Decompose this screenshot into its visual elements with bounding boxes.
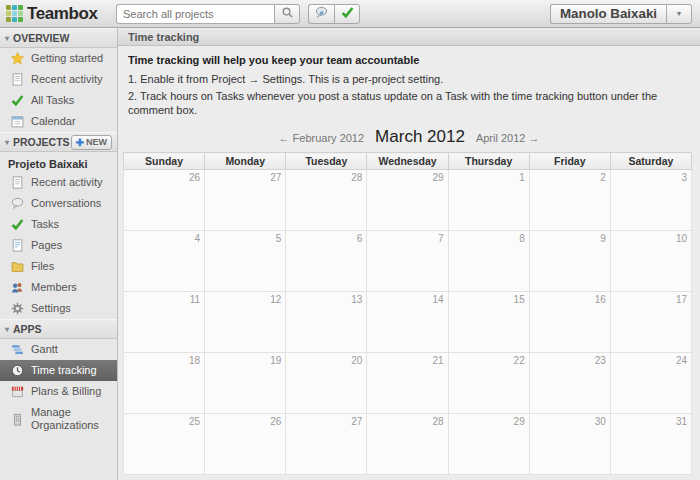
calendar-icon: [11, 115, 24, 128]
sidebar-item-conversations[interactable]: Conversations: [0, 193, 117, 214]
caret-down-icon: ▾: [677, 9, 681, 18]
calendar-wrapper: Sunday Monday Tuesday Wednesday Thursday…: [118, 152, 700, 475]
day-cell: 12: [205, 292, 286, 353]
day-header: Monday: [205, 153, 286, 170]
sidebar-item-settings[interactable]: Settings: [0, 298, 117, 319]
day-cell: 24: [610, 353, 691, 414]
day-cell: 6: [286, 231, 367, 292]
teambox-logo-icon: [6, 5, 23, 22]
day-cell: 28: [286, 170, 367, 231]
page-icon: [11, 176, 24, 189]
search-input[interactable]: [116, 4, 274, 24]
section-title: APPS: [13, 323, 42, 335]
day-cell: 26: [124, 170, 205, 231]
check-icon: [11, 218, 24, 231]
user-menu-button[interactable]: Manolo Baixaki: [550, 4, 666, 24]
day-header: Saturday: [610, 153, 691, 170]
gantt-chart-icon: [11, 343, 24, 356]
new-project-button[interactable]: ✚ NEW: [71, 135, 112, 150]
conversations-button[interactable]: [308, 4, 334, 24]
calendar-week-row: 11 12 13 14 15 16 17: [124, 292, 692, 353]
sidebar-item-label: Getting started: [31, 52, 103, 65]
section-header-overview[interactable]: ▾ OVERVIEW: [0, 28, 117, 48]
sidebar-item-project-recent-activity[interactable]: Recent activity: [0, 172, 117, 193]
sidebar-item-recent-activity[interactable]: Recent activity: [0, 69, 117, 90]
tasks-button[interactable]: [334, 4, 360, 24]
sidebar-item-files[interactable]: Files: [0, 256, 117, 277]
day-header: Wednesday: [367, 153, 448, 170]
plus-icon: ✚: [76, 137, 84, 148]
day-cell: 18: [124, 353, 205, 414]
calendar-week-row: 25 26 27 28 29 30 31: [124, 414, 692, 475]
header-user-area: Manolo Baixaki ▾: [550, 4, 692, 24]
day-cell: 4: [124, 231, 205, 292]
collapse-arrow-icon: ▾: [5, 34, 9, 43]
teambox-logo[interactable]: Teambox: [6, 4, 116, 24]
sidebar-item-label: Calendar: [31, 115, 76, 128]
page-icon: [11, 73, 24, 86]
collapse-arrow-icon: ▾: [5, 138, 9, 147]
sidebar-item-all-tasks[interactable]: All Tasks: [0, 90, 117, 111]
day-cell: 7: [367, 231, 448, 292]
sidebar-item-pages[interactable]: Pages: [0, 235, 117, 256]
day-cell: 25: [124, 414, 205, 475]
next-month-link[interactable]: April 2012 →: [476, 132, 540, 144]
sidebar-item-tasks[interactable]: Tasks: [0, 214, 117, 235]
day-cell: 15: [448, 292, 529, 353]
star-icon: [11, 52, 24, 65]
section-header-apps[interactable]: ▾ APPS: [0, 319, 117, 339]
day-cell: 29: [448, 414, 529, 475]
sidebar-item-label: Gantt: [31, 343, 58, 356]
sidebar-item-manage-organizations[interactable]: Manage Organizations: [0, 402, 117, 436]
check-icon: [11, 94, 24, 107]
sidebar-item-label: Manage Organizations: [31, 406, 113, 432]
day-header: Friday: [529, 153, 610, 170]
day-cell: 3: [610, 170, 691, 231]
sidebar-item-members[interactable]: Members: [0, 277, 117, 298]
sidebar-item-label: Members: [31, 281, 77, 294]
section-title: PROJECTS: [13, 136, 70, 148]
day-cell: 9: [529, 231, 610, 292]
sidebar-item-label: Settings: [31, 302, 71, 315]
top-header: Teambox Manolo Baixaki ▾: [0, 0, 700, 28]
chat-bubble-icon: [315, 6, 328, 22]
day-cell: 27: [205, 170, 286, 231]
sidebar-item-label: Plans & Billing: [31, 385, 101, 398]
sidebar-item-time-tracking[interactable]: Time tracking: [0, 360, 117, 381]
page-title: Time tracking: [118, 28, 700, 46]
sidebar-item-gantt[interactable]: Gantt: [0, 339, 117, 360]
section-header-projects[interactable]: ▾ PROJECTS ✚ NEW: [0, 132, 117, 152]
intro-heading: Time tracking will help you keep your te…: [128, 54, 688, 66]
day-cell: 5: [205, 231, 286, 292]
day-cell: 13: [286, 292, 367, 353]
project-name[interactable]: Projeto Baixaki: [0, 152, 117, 172]
people-icon: [11, 281, 24, 294]
sidebar-item-getting-started[interactable]: Getting started: [0, 48, 117, 69]
header-quick-buttons: [308, 4, 360, 24]
day-cell: 17: [610, 292, 691, 353]
clock-icon: [11, 364, 24, 377]
day-cell: 16: [529, 292, 610, 353]
day-header: Sunday: [124, 153, 205, 170]
sidebar-item-label: All Tasks: [31, 94, 74, 107]
search-button[interactable]: [274, 4, 300, 24]
day-cell: 22: [448, 353, 529, 414]
day-cell: 11: [124, 292, 205, 353]
calendar-week-row: 26 27 28 29 1 2 3: [124, 170, 692, 231]
sidebar-item-plans-billing[interactable]: Plans & Billing: [0, 381, 117, 402]
collapse-arrow-icon: ▾: [5, 325, 9, 334]
main-content: Time tracking Time tracking will help yo…: [118, 28, 700, 480]
month-navigation: ← February 2012 March 2012 April 2012 →: [118, 127, 700, 147]
folder-icon: [11, 260, 24, 273]
day-cell: 10: [610, 231, 691, 292]
day-cell: 27: [286, 414, 367, 475]
prev-month-link[interactable]: ← February 2012: [279, 132, 365, 144]
sidebar-item-label: Recent activity: [31, 176, 103, 189]
current-month-title: March 2012: [375, 127, 465, 147]
day-cell: 23: [529, 353, 610, 414]
month-calendar: Sunday Monday Tuesday Wednesday Thursday…: [123, 152, 692, 475]
sidebar-item-calendar[interactable]: Calendar: [0, 111, 117, 132]
user-menu-caret-button[interactable]: ▾: [666, 4, 692, 24]
sidebar-item-label: Recent activity: [31, 73, 103, 86]
sidebar-item-label: Pages: [31, 239, 62, 252]
